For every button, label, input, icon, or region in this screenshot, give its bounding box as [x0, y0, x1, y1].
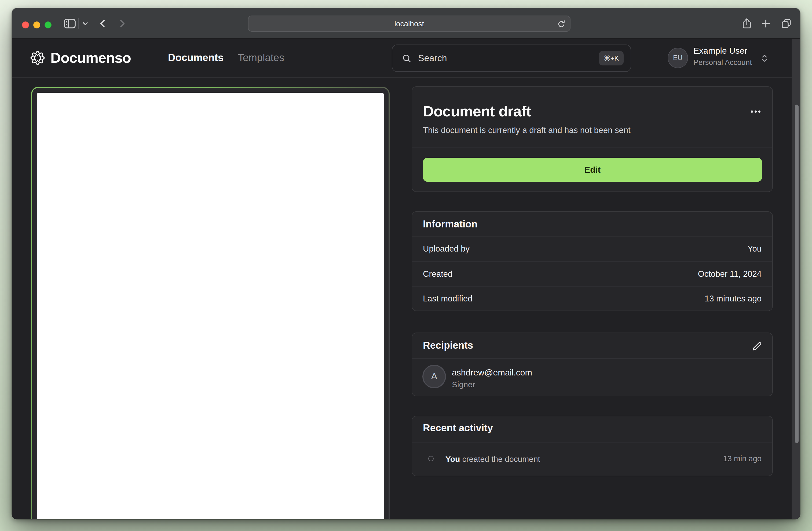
info-label: Created: [423, 269, 452, 279]
recent-activity-title: Recent activity: [423, 422, 493, 434]
nav-templates[interactable]: Templates: [238, 39, 284, 77]
share-icon[interactable]: [740, 8, 753, 39]
account-menu[interactable]: EU Example User Personal Account: [668, 39, 773, 77]
info-value: October 11, 2024: [698, 269, 762, 279]
app-header: Documenso Documents Templates Search ⌘+K…: [12, 39, 800, 78]
document-draft-card: Document draft This document is currentl…: [412, 86, 773, 192]
search-icon: [402, 53, 412, 63]
app-content: Documenso Documents Templates Search ⌘+K…: [12, 39, 800, 519]
browser-window: localhost: [12, 8, 800, 519]
recipient-avatar: A: [422, 365, 446, 388]
account-name: Example User: [693, 46, 747, 56]
recipient-email: ashdrew@email.com: [452, 368, 532, 378]
scrollbar-track[interactable]: [792, 39, 800, 519]
information-rows: Uploaded by You Created October 11, 2024…: [412, 237, 772, 311]
divider: [412, 147, 772, 147]
brand[interactable]: Documenso: [30, 39, 131, 77]
recipient-role: Signer: [452, 380, 475, 389]
close-window-button[interactable]: [22, 21, 29, 28]
document-status-subtitle: This document is currently a draft and h…: [423, 126, 630, 135]
documenso-logo-icon: [30, 50, 45, 65]
search-shortcut-badge: ⌘+K: [599, 51, 624, 65]
address-bar[interactable]: localhost: [248, 15, 570, 31]
table-row: Last modified 13 minutes ago: [412, 286, 772, 311]
back-button-icon[interactable]: [97, 8, 110, 39]
activity-bullet-icon: [428, 456, 434, 461]
activity-action: created the document: [460, 454, 540, 463]
new-tab-icon[interactable]: [759, 8, 772, 39]
table-row: Uploaded by You: [412, 237, 772, 262]
chevrons-up-down-icon: [760, 54, 769, 63]
document-status-title: Document draft: [423, 103, 531, 120]
search-placeholder: Search: [418, 53, 447, 63]
edit-button[interactable]: Edit: [423, 158, 762, 182]
activity-time: 13 min ago: [723, 454, 762, 463]
nav-documents[interactable]: Documents: [168, 39, 223, 77]
browser-titlebar: localhost: [12, 8, 800, 39]
edit-recipients-icon[interactable]: [750, 340, 764, 353]
zoom-window-button[interactable]: [44, 21, 51, 28]
brand-name: Documenso: [50, 49, 131, 66]
more-options-icon[interactable]: [749, 108, 763, 115]
sidebar-toggle-icon[interactable]: [61, 8, 78, 39]
scrollbar-thumb[interactable]: [795, 105, 799, 443]
information-card: Information Uploaded by You Created Octo…: [412, 211, 773, 311]
document-preview-inner: [32, 88, 389, 519]
table-row: Created October 11, 2024: [412, 262, 772, 286]
info-value: You: [748, 244, 762, 254]
info-value: 13 minutes ago: [705, 294, 762, 304]
minimize-window-button[interactable]: [33, 21, 40, 28]
document-page: [37, 93, 384, 519]
recipients-title: Recipients: [423, 340, 473, 351]
tab-overview-icon[interactable]: [779, 8, 793, 39]
recipients-card: Recipients A ashdrew@email.com Signer: [412, 333, 773, 396]
chevron-down-icon[interactable]: [81, 8, 90, 39]
url-text: localhost: [394, 19, 424, 28]
divider: [412, 358, 772, 359]
forward-button-icon[interactable]: [115, 8, 128, 39]
activity-text: You created the document: [446, 454, 540, 463]
info-label: Last modified: [423, 294, 472, 304]
screen: localhost: [0, 0, 812, 531]
account-type: Personal Account: [693, 58, 752, 67]
info-label: Uploaded by: [423, 244, 469, 254]
document-preview-frame: [31, 87, 390, 519]
reload-icon[interactable]: [557, 19, 566, 28]
divider: [412, 442, 772, 443]
toolbar-separator: [78, 18, 79, 29]
activity-actor: You: [446, 454, 460, 463]
user-avatar: EU: [668, 48, 688, 68]
information-title: Information: [423, 218, 478, 230]
search-input[interactable]: Search ⌘+K: [392, 45, 631, 72]
recent-activity-card: Recent activity You created the document…: [412, 416, 773, 476]
